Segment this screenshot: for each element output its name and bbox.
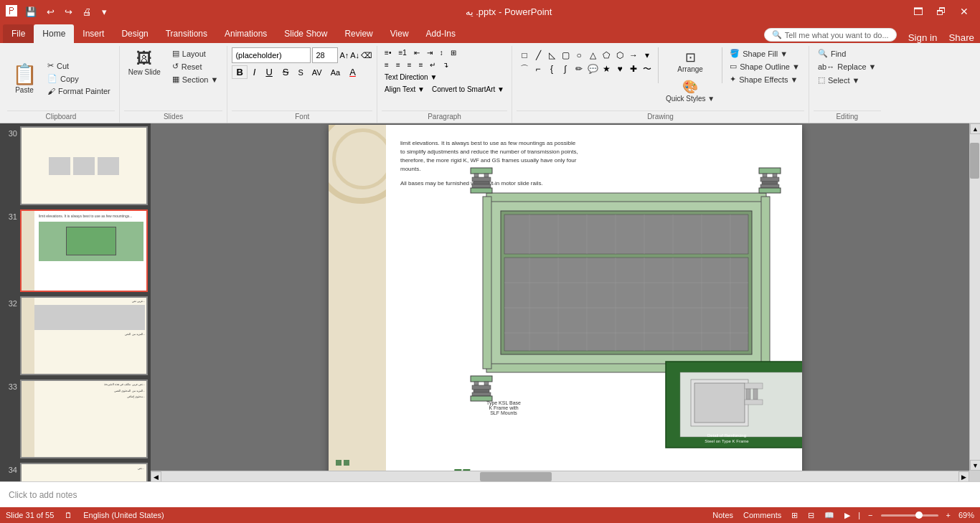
- find-button[interactable]: 🔍 Find: [814, 47, 881, 60]
- shape-fill-button[interactable]: 🪣 Shape Fill ▼: [725, 47, 804, 60]
- slide-sorter-button[interactable]: ⊟: [806, 511, 816, 520]
- normal-view-button[interactable]: ⊞: [789, 511, 800, 520]
- arrange-button[interactable]: ⊡ Arrange: [661, 47, 719, 75]
- section-button[interactable]: ▦ Section ▼: [168, 73, 223, 85]
- increase-font-button[interactable]: A↑: [339, 51, 349, 60]
- font-size-input[interactable]: [312, 47, 338, 63]
- justify-button[interactable]: ≡: [416, 60, 426, 70]
- copy-button[interactable]: 📄 Copy: [43, 72, 115, 85]
- slide-img-34[interactable]: نص...: [20, 463, 148, 481]
- customize-qa-button[interactable]: ▾: [100, 6, 109, 17]
- reset-button[interactable]: ↺ Reset: [168, 60, 223, 72]
- tab-transitions[interactable]: Transitions: [157, 24, 216, 43]
- sign-in-button[interactable]: Sign in: [903, 32, 943, 43]
- slide-thumb-34[interactable]: 34 نص...: [3, 463, 148, 481]
- decrease-indent-button[interactable]: ⇤: [411, 47, 423, 58]
- convert-smartart-button[interactable]: Convert to SmartArt ▼: [429, 84, 507, 95]
- shape-right-triangle[interactable]: ◺: [545, 49, 558, 62]
- share-button[interactable]: Share: [943, 32, 980, 43]
- comments-button[interactable]: Comments: [741, 511, 783, 519]
- shape-rectangle[interactable]: □: [518, 49, 531, 62]
- tab-slideshow[interactable]: Slide Show: [275, 24, 336, 43]
- scroll-thumb-h[interactable]: [480, 472, 552, 481]
- slide-thumb-33[interactable]: 33 نص عربي مكثف في هذه الشريحة... المزيد…: [3, 380, 148, 458]
- text-direction-button[interactable]: Text Direction ▼: [382, 72, 440, 83]
- undo-button[interactable]: ↩: [44, 6, 57, 17]
- align-right-button[interactable]: ≡: [405, 60, 415, 70]
- shape-hexagon[interactable]: ⬡: [613, 49, 626, 62]
- scroll-left-button[interactable]: ◀: [151, 471, 161, 481]
- increase-indent-button[interactable]: ⇥: [424, 47, 435, 58]
- notes-icon-button[interactable]: 🗒: [62, 511, 75, 519]
- minimize-button[interactable]: 🗖: [908, 1, 928, 22]
- tab-home[interactable]: Home: [34, 24, 74, 43]
- shape-arrow[interactable]: →: [627, 49, 640, 62]
- underline-button[interactable]: U: [261, 65, 276, 79]
- numbered-list-button[interactable]: ≡1: [395, 47, 409, 58]
- shape-wave[interactable]: 〜: [641, 62, 654, 75]
- slide-thumb-30[interactable]: 30: [3, 126, 148, 205]
- shape-star[interactable]: ★: [600, 62, 613, 75]
- shape-freeform[interactable]: ✏: [573, 62, 585, 75]
- redo-button[interactable]: ↪: [62, 6, 75, 17]
- scroll-thumb-v[interactable]: [970, 143, 979, 179]
- shape-curve[interactable]: ∫: [559, 62, 572, 75]
- font-color-button[interactable]: A: [345, 65, 360, 79]
- slide-img-30[interactable]: [20, 126, 148, 205]
- tab-addins[interactable]: Add-Ins: [418, 24, 464, 43]
- shape-isosceles[interactable]: △: [586, 49, 599, 62]
- shape-rounded-rect[interactable]: ▢: [559, 49, 572, 62]
- zoom-slider[interactable]: [881, 514, 938, 517]
- slide-canvas[interactable]: limit elevations. It is always best to u…: [329, 125, 802, 480]
- select-button[interactable]: ⬚ Select ▼: [814, 74, 881, 86]
- tab-file[interactable]: File: [3, 24, 34, 43]
- save-button[interactable]: 💾: [23, 6, 39, 17]
- tab-design[interactable]: Design: [113, 24, 156, 43]
- align-center-button[interactable]: ≡: [393, 60, 403, 70]
- shape-line[interactable]: ╱: [532, 49, 545, 62]
- scroll-right-button[interactable]: ▶: [958, 471, 969, 481]
- change-case-button[interactable]: Aa: [327, 67, 344, 78]
- close-button[interactable]: ✕: [954, 1, 974, 22]
- slide-img-33[interactable]: نص عربي مكثف في هذه الشريحة... المزيد من…: [20, 380, 148, 458]
- char-spacing-button[interactable]: AV: [308, 67, 326, 78]
- slide-thumb-32[interactable]: 32 عربي نص... المزيد من النص...: [3, 296, 148, 375]
- shape-outline-button[interactable]: ▭ Shape Outline ▼: [725, 60, 804, 72]
- paste-button[interactable]: 📋 Paste: [7, 60, 42, 96]
- tell-me-input[interactable]: 🔍 Tell me what you want to do...: [764, 28, 897, 42]
- slide-img-31[interactable]: limit elevations. It is always best to u…: [20, 209, 148, 292]
- shape-bracket[interactable]: ⌐: [532, 62, 545, 75]
- vertical-scrollbar[interactable]: ▲ ▼: [969, 123, 980, 471]
- shape-callout[interactable]: 💬: [586, 62, 599, 75]
- scroll-down-button[interactable]: ▼: [970, 460, 980, 471]
- font-name-input[interactable]: [232, 47, 311, 63]
- format-painter-button[interactable]: 🖌 Format Painter: [43, 85, 115, 97]
- restore-button[interactable]: 🗗: [931, 1, 951, 22]
- shape-heart[interactable]: ♥: [613, 62, 626, 75]
- tab-review[interactable]: Review: [336, 24, 381, 43]
- tab-insert[interactable]: Insert: [74, 24, 113, 43]
- shape-effects-button[interactable]: ✦ Shape Effects ▼: [725, 73, 804, 85]
- shape-more[interactable]: ▾: [641, 49, 654, 62]
- slide-thumb-31[interactable]: 31 limit elevations. It is always best t…: [3, 209, 148, 292]
- zoom-in-button[interactable]: +: [944, 511, 953, 519]
- slide-img-32[interactable]: عربي نص... المزيد من النص...: [20, 296, 148, 375]
- new-slide-button[interactable]: 🖼 New Slide: [124, 47, 165, 78]
- tab-view[interactable]: View: [382, 24, 418, 43]
- columns-button[interactable]: ⊞: [448, 47, 459, 58]
- notes-button[interactable]: Notes: [710, 511, 735, 519]
- quick-styles-button[interactable]: 🎨 Quick Styles ▼: [661, 77, 719, 105]
- shape-cross[interactable]: ✚: [627, 62, 640, 75]
- tab-animations[interactable]: Animations: [216, 24, 275, 43]
- horizontal-scrollbar[interactable]: ◀ ▶: [151, 471, 969, 481]
- bullet-button[interactable]: ≡•: [382, 47, 394, 58]
- shape-arc[interactable]: ⌒: [518, 62, 531, 75]
- canvas-area[interactable]: limit elevations. It is always best to u…: [151, 123, 980, 481]
- cut-button[interactable]: ✂ Cut: [43, 60, 115, 72]
- italic-button[interactable]: I: [249, 65, 260, 79]
- shape-ellipse[interactable]: ○: [573, 49, 585, 62]
- reading-view-button[interactable]: 📖: [822, 511, 837, 520]
- clear-format-button[interactable]: ⌫: [361, 51, 372, 60]
- layout-button[interactable]: ▤ Layout: [168, 47, 223, 60]
- notes-area[interactable]: Click to add notes: [0, 481, 980, 507]
